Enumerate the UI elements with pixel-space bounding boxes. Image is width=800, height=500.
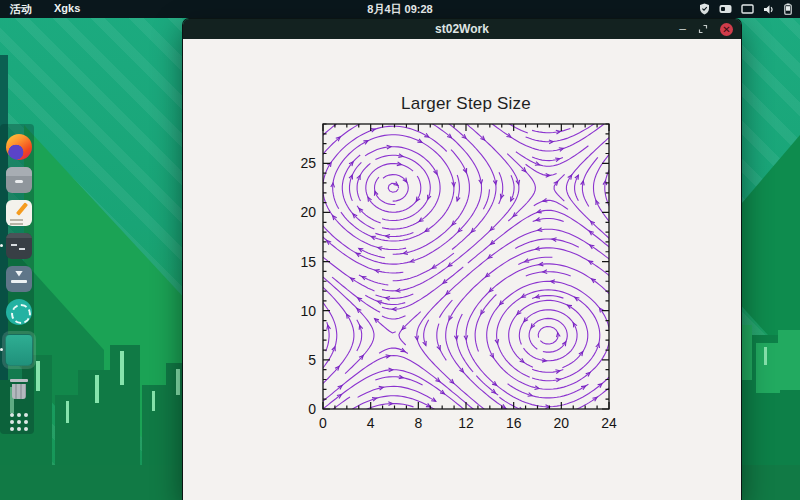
st02work-window: st02Work – ✕ Larger Step Size 0481216202… [182,18,742,500]
dock-item-show-apps[interactable] [4,405,34,438]
running-indicator [0,348,3,351]
dock-item-trash[interactable] [4,372,34,405]
show-apps-icon [10,413,28,431]
window-content: Larger Step Size 048121620240510152025 [183,39,741,500]
minimize-button[interactable]: – [679,23,686,35]
desktop: 活动 Xgks 8月4日 09:28 [0,0,800,500]
svg-text:4: 4 [367,415,375,431]
volume-icon[interactable] [763,4,775,15]
svg-text:20: 20 [300,204,316,220]
dock-item-disc-app[interactable] [4,295,34,328]
activities-button[interactable]: 活动 [10,2,32,17]
display-icon[interactable] [741,4,754,15]
terminal-icon [6,233,32,259]
maximize-icon[interactable] [698,24,708,34]
dock-item-xgks-window[interactable] [4,328,34,372]
focused-app-menu[interactable]: Xgks [54,2,80,17]
svg-text:0: 0 [319,415,327,431]
input-device-icon[interactable] [719,4,732,14]
svg-text:15: 15 [300,254,316,270]
window-titlebar[interactable]: st02Work – ✕ [183,19,741,39]
svg-text:0: 0 [308,401,316,417]
dock-item-software-install[interactable] [4,262,34,295]
dock-item-text-editor[interactable] [4,196,34,229]
text-editor-icon [6,200,32,226]
top-bar: 活动 Xgks 8月4日 09:28 [0,0,800,18]
clock[interactable]: 8月4日 09:28 [0,2,800,17]
close-button[interactable]: ✕ [720,23,733,36]
dock-item-archive-manager[interactable] [4,163,34,196]
shield-icon[interactable] [699,3,710,15]
streamline-chart: 048121620240510152025 [283,79,649,439]
dock [4,130,38,438]
svg-text:16: 16 [506,415,522,431]
xgks-window-icon [5,334,33,366]
svg-text:24: 24 [601,415,617,431]
active-app-highlight [2,331,36,369]
svg-text:10: 10 [300,303,316,319]
svg-text:5: 5 [308,352,316,368]
archive-manager-icon [6,167,32,193]
disc-app-icon [6,299,32,325]
svg-text:25: 25 [300,155,316,171]
software-install-icon [6,266,32,292]
svg-text:20: 20 [554,415,570,431]
svg-text:8: 8 [414,415,422,431]
window-title: st02Work [183,22,741,36]
dock-item-firefox[interactable] [4,130,34,163]
firefox-icon [6,134,32,160]
battery-icon[interactable] [784,3,792,15]
running-indicator [0,244,3,247]
svg-text:12: 12 [458,415,474,431]
dock-item-terminal[interactable] [4,229,34,262]
trash-icon [6,376,32,402]
